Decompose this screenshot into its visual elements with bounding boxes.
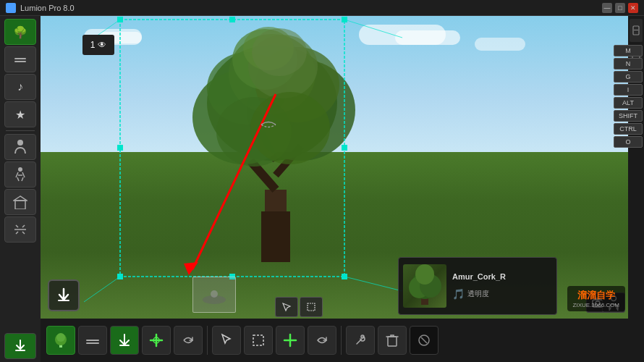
import-btn[interactable] bbox=[48, 279, 80, 311]
building-btn[interactable] bbox=[4, 189, 36, 215]
key-alt[interactable]: ALT bbox=[614, 97, 643, 109]
app-icon bbox=[6, 3, 16, 13]
watermark-logo: 溜溜自学 bbox=[577, 289, 615, 302]
svg-rect-44 bbox=[58, 300, 69, 301]
svg-marker-5 bbox=[14, 196, 27, 201]
mini-select-btn[interactable] bbox=[275, 297, 298, 317]
camera-indicator: 1 👁 bbox=[82, 35, 114, 55]
svg-rect-56 bbox=[119, 345, 130, 346]
svg-rect-58 bbox=[253, 335, 263, 345]
bottom-wrench-btn[interactable] bbox=[346, 326, 375, 355]
bottom-cursor-btn[interactable] bbox=[212, 326, 241, 355]
sky-bg bbox=[41, 16, 628, 152]
key-o[interactable]: O bbox=[614, 136, 643, 148]
svg-rect-54 bbox=[86, 340, 99, 341]
person-btn[interactable] bbox=[4, 134, 36, 160]
separator-bottom bbox=[207, 326, 208, 355]
mini-area-select-btn[interactable] bbox=[300, 297, 323, 317]
svg-rect-45 bbox=[308, 303, 315, 311]
opacity-icon: 🎵 bbox=[452, 288, 465, 300]
watermark-url: ZIXUE.3066.COM bbox=[573, 302, 619, 308]
key-n[interactable]: N bbox=[614, 58, 643, 70]
tree-preview-card: Amur_Cork_R 🎵 透明度 bbox=[398, 257, 557, 315]
svg-point-3 bbox=[18, 167, 22, 172]
svg-rect-4 bbox=[15, 201, 25, 209]
svg-rect-6 bbox=[15, 350, 25, 351]
right-btn-1[interactable] bbox=[630, 19, 643, 42]
bottom-box-select-btn[interactable] bbox=[244, 326, 273, 355]
svg-point-43 bbox=[211, 290, 218, 298]
scale-indicator bbox=[192, 277, 236, 313]
opacity-label: 透明度 bbox=[467, 289, 489, 299]
nature-btn[interactable]: 🌳 bbox=[4, 19, 36, 45]
cam-eye-icon: 👁 bbox=[98, 40, 106, 50]
utility-btn[interactable] bbox=[4, 216, 36, 243]
svg-point-50 bbox=[415, 264, 434, 285]
opacity-row: 🎵 透明度 bbox=[452, 288, 506, 300]
svg-rect-55 bbox=[86, 342, 99, 344]
separator-bottom-2 bbox=[341, 326, 342, 355]
key-shift[interactable]: SHIFT bbox=[614, 110, 643, 122]
bottom-cancel-btn[interactable] bbox=[410, 326, 438, 355]
cam-number: 1 bbox=[90, 40, 96, 50]
separator-1 bbox=[6, 130, 35, 131]
bottom-rotate2-btn[interactable] bbox=[308, 326, 336, 355]
cloud-4 bbox=[395, 30, 460, 45]
cloud-5 bbox=[475, 38, 525, 51]
key-i[interactable]: I bbox=[614, 84, 643, 96]
svg-rect-60 bbox=[388, 337, 397, 346]
svg-point-2 bbox=[17, 140, 23, 146]
key-m[interactable]: M bbox=[614, 45, 643, 56]
bottom-toolbar bbox=[41, 319, 628, 362]
bottom-road-btn[interactable] bbox=[78, 326, 107, 355]
minimize-button[interactable]: — bbox=[602, 3, 612, 13]
mini-toolbar bbox=[275, 297, 323, 317]
tree-preview-name: Amur_Cork_R bbox=[452, 272, 506, 281]
download-btn[interactable] bbox=[4, 333, 36, 359]
svg-rect-8 bbox=[634, 30, 638, 30]
left-toolbar: 🌳 ♪ ★ bbox=[0, 16, 41, 362]
close-button[interactable]: ✕ bbox=[628, 3, 638, 13]
titlebar: Lumion Pro 8.0 — □ ✕ bbox=[0, 0, 644, 16]
bottom-redo-btn[interactable] bbox=[174, 326, 203, 355]
maximize-button[interactable]: □ bbox=[615, 3, 625, 13]
bottom-download-btn[interactable] bbox=[110, 326, 139, 355]
key-g[interactable]: G bbox=[614, 71, 643, 83]
svg-rect-1 bbox=[14, 61, 26, 62]
key-hints-panel: M N G I ALT SHIFT CTRL O bbox=[612, 43, 644, 149]
app-title: Lumion Pro 8.0 bbox=[20, 4, 602, 12]
svg-rect-0 bbox=[14, 58, 26, 59]
road-btn[interactable] bbox=[4, 46, 36, 72]
sound-btn[interactable]: ♪ bbox=[4, 74, 36, 100]
svg-line-62 bbox=[421, 337, 427, 343]
key-ctrl[interactable]: CTRL bbox=[614, 123, 643, 135]
tree-preview-info: Amur_Cork_R 🎵 透明度 bbox=[452, 272, 506, 300]
svg-point-53 bbox=[56, 333, 65, 342]
bottom-trash-btn[interactable] bbox=[378, 326, 407, 355]
bottom-place-btn[interactable] bbox=[142, 326, 171, 355]
window-controls: — □ ✕ bbox=[602, 3, 638, 13]
walk-btn[interactable] bbox=[4, 161, 36, 188]
watermark: 溜溜自学 ZIXUE.3066.COM bbox=[567, 286, 625, 311]
bottom-tree-btn[interactable] bbox=[46, 326, 75, 355]
bottom-transform-btn[interactable] bbox=[276, 326, 305, 355]
effect-btn[interactable]: ★ bbox=[4, 101, 36, 127]
tree-preview-thumb bbox=[403, 264, 446, 308]
rotate-indicator bbox=[254, 117, 283, 132]
